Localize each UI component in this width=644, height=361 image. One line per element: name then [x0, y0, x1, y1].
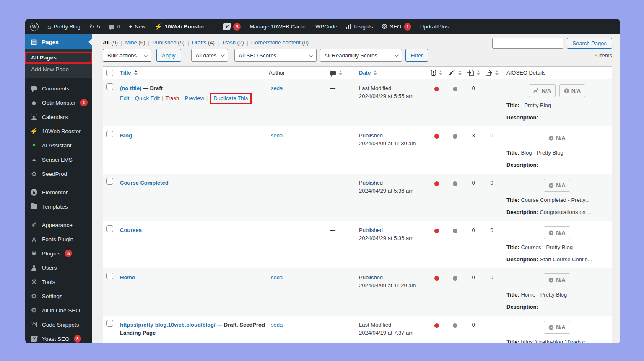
menu-label: Elementor [42, 189, 68, 196]
sidebar-item-seedprod[interactable]: ✿ SeedProd [25, 167, 92, 181]
author-link[interactable]: seda [271, 132, 283, 139]
author-link[interactable]: seda [271, 274, 283, 281]
sidebar-item-plugins[interactable]: Plugins 5 [25, 246, 92, 260]
yoast-menu[interactable]: Y 3 [223, 23, 241, 31]
sidebar-item-fonts-plugin[interactable]: A Fonts Plugin [25, 232, 92, 246]
meta-title-value: Course Completed - Pretty... [521, 197, 589, 203]
seo-menu[interactable]: ❂ SEO 1 [382, 23, 411, 31]
readability-column-header[interactable] [446, 70, 464, 76]
view-published-link[interactable]: Published [153, 39, 177, 46]
sidebar-item-tools[interactable]: ⚒ Tools [25, 275, 92, 289]
row-checkbox[interactable] [106, 225, 113, 232]
sidebar-item-users[interactable]: Users [25, 260, 92, 275]
wp-logo-menu[interactable]: W [30, 23, 39, 31]
sidebar-item-add-new-page[interactable]: Add New Page [25, 64, 92, 75]
page-title-link[interactable]: https://pretty-blog.10web.cloud/blog/ [120, 322, 216, 328]
sidebar-item-code-snippets[interactable]: /> Code Snippets [25, 317, 92, 332]
page-title-link[interactable]: Blog [120, 132, 132, 139]
seo-score-column-header[interactable] [427, 69, 446, 76]
search-input[interactable] [492, 38, 564, 49]
meta-title-label: Title: [506, 244, 519, 250]
sidebar-item-10web-booster[interactable]: ⚡ 10Web Booster [25, 124, 92, 138]
select-all-checkbox[interactable] [106, 70, 113, 76]
page-title-link[interactable]: (no title) [120, 85, 141, 91]
readability-dot [453, 134, 457, 139]
search-pages-button[interactable]: Search Pages [567, 38, 612, 49]
meta-title-label: Title: [506, 102, 519, 108]
view-mine-link[interactable]: Mine [125, 39, 137, 46]
aioseo-settings-button[interactable]: ❂ N/A [544, 132, 570, 144]
page-title-link[interactable]: Course Completed [120, 180, 169, 186]
plug-icon [30, 250, 38, 256]
score-chart-icon [533, 88, 539, 93]
internal-links-in-column-header[interactable] [464, 70, 483, 76]
duplicate-this-link[interactable]: Duplicate This [213, 95, 248, 101]
wpcode-menu[interactable]: WPCode [315, 23, 337, 30]
updates-link[interactable]: ↻ 5 [89, 23, 100, 30]
author-link[interactable]: seda [271, 85, 283, 91]
aioseo-settings-button[interactable]: ❂ N/A [544, 226, 570, 239]
chevron-down-icon [220, 53, 224, 57]
view-trash-link[interactable]: Trash [222, 39, 236, 46]
sidebar-item-ai-assistant[interactable]: ✦ AI Assistant [25, 138, 92, 152]
readability-dot [453, 276, 457, 281]
aioseo-settings-button[interactable]: ❂ N/A [544, 179, 570, 192]
sidebar-item-settings[interactable]: ⚙ Settings [25, 289, 92, 303]
date-status: Last Modified [359, 84, 427, 92]
sidebar-item-yoast-seo[interactable]: Y Yoast SEO 3 [25, 332, 92, 343]
quick-edit-link[interactable]: Quick Edit [135, 94, 160, 102]
page-title-link[interactable]: Home [120, 274, 135, 281]
view-drafts-link[interactable]: Drafts [192, 39, 207, 46]
sort-by-date[interactable]: Date [359, 70, 371, 76]
sidebar-item-optinmonster[interactable]: ☻ OptinMonster 1 [25, 95, 92, 110]
sidebar-item-appearance[interactable]: ✐ Appearance [25, 218, 92, 232]
updraftplus-menu[interactable]: UpdraftPlus [420, 23, 449, 30]
sidebar-item-sensei-lms[interactable]: ♠ Sensei LMS [25, 152, 92, 167]
insights-menu[interactable]: Insights [346, 23, 373, 30]
links-out-count: 0 [483, 126, 501, 174]
comments-column-header[interactable] [327, 70, 356, 75]
aioseo-score-button[interactable]: N/A [529, 84, 556, 97]
aioseo-settings-button[interactable]: ❂ N/A [544, 321, 570, 334]
filter-button[interactable]: Filter [405, 49, 428, 62]
page-title-link[interactable]: Courses [120, 227, 142, 233]
row-checkbox[interactable] [106, 320, 113, 327]
new-content-menu[interactable]: + New [129, 23, 146, 30]
sort-by-title[interactable]: Title [120, 70, 131, 76]
view-all-link[interactable]: All [103, 39, 110, 46]
optinmonster-badge: 1 [80, 99, 88, 106]
preview-link[interactable]: Preview [185, 94, 204, 102]
seo-scores-select[interactable]: All SEO Scores [234, 49, 317, 62]
manage-cache-link[interactable]: Manage 10WEB Cache [249, 23, 306, 30]
row-checkbox[interactable] [106, 178, 113, 185]
view-count: (2) [237, 39, 244, 46]
aioseo-settings-button[interactable]: ❂ N/A [544, 273, 570, 286]
comments-cell: — [327, 221, 356, 268]
apply-button[interactable]: Apply [156, 49, 181, 62]
bulk-actions-select[interactable]: Bulk actions [103, 49, 151, 62]
sidebar-item-all-pages[interactable]: All Pages [25, 52, 92, 64]
aioseo-settings-button[interactable]: ❂ N/A [559, 84, 585, 97]
trash-link[interactable]: Trash [165, 94, 179, 102]
internal-links-out-column-header[interactable] [483, 70, 501, 76]
readability-scores-select[interactable]: All Readability Scores [320, 49, 402, 62]
dates-filter-select[interactable]: All dates [191, 49, 228, 62]
booster-menu[interactable]: ⚡ 10Web Booster [154, 23, 204, 30]
comments-moderation-link[interactable]: 0 [109, 23, 120, 30]
row-checkbox[interactable] [106, 273, 113, 279]
sidebar-item-calendars[interactable]: 31 Calendars [25, 110, 92, 124]
sidebar-item-elementor[interactable]: E Elementor [25, 185, 92, 199]
edit-link[interactable]: Edit [120, 94, 129, 102]
sidebar-item-comments[interactable]: Comments [25, 81, 92, 95]
wordpress-admin-window: W ⌂ Pretty Blog ↻ 5 0 + New ⚡ 10Web Boos… [25, 19, 620, 343]
author-link[interactable]: seda [271, 322, 283, 328]
sidebar-item-all-in-one-seo[interactable]: ❂ All in One SEO [25, 303, 92, 317]
sidebar-item-templates[interactable]: Templates [25, 199, 92, 214]
site-name-link[interactable]: ⌂ Pretty Blog [47, 23, 80, 30]
row-checkbox[interactable] [106, 131, 113, 137]
view-cornerstone-link[interactable]: Cornerstone content [251, 39, 301, 46]
seo-label: SEO [390, 23, 401, 30]
sidebar-item-pages[interactable]: ▤ Pages [25, 34, 92, 49]
row-checkbox[interactable] [106, 83, 113, 90]
links-out-count: 0 [483, 268, 501, 316]
